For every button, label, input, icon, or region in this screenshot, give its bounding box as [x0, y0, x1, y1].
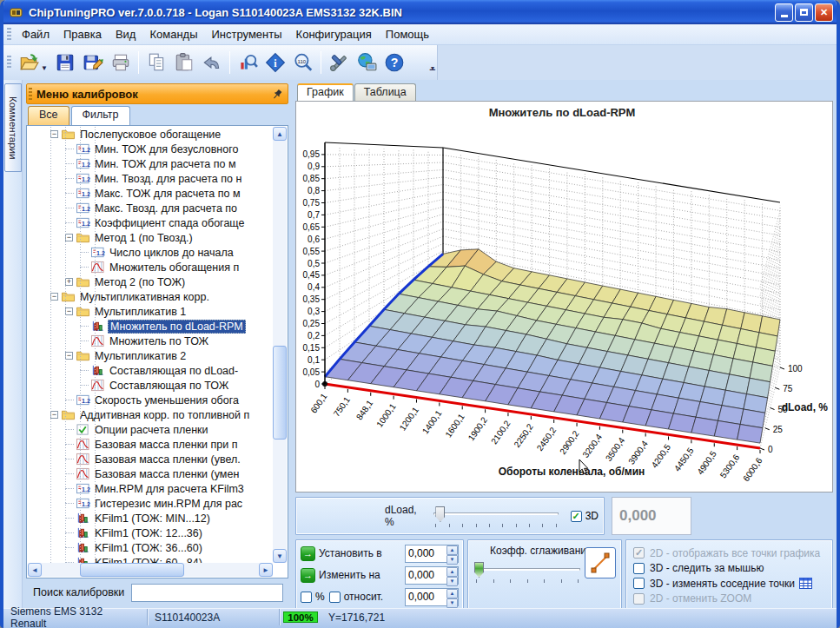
tree-item-selected[interactable]: Множитель по dLoad-RPM	[28, 319, 273, 334]
tree-item[interactable]: −Метод 1 (по Твозд.)	[28, 230, 273, 245]
tree-item[interactable]: −Послепусковое обогащение	[28, 127, 273, 142]
toolbar-overflow-icon[interactable]: ▾▔	[430, 66, 435, 76]
toolbar-grip[interactable]	[7, 56, 11, 69]
tree-item[interactable]: Множитель по ТОЖ	[28, 334, 273, 348]
zoom-verify-button[interactable]: 110	[289, 49, 317, 76]
open-dropdown-icon[interactable]: ▼	[41, 64, 48, 72]
scroll-down-icon[interactable]: ▼	[273, 549, 287, 563]
scroll-up-icon[interactable]: ▲	[273, 127, 287, 141]
maximize-button[interactable]	[795, 3, 813, 22]
tree-item[interactable]: −Мультипликатив 2	[28, 348, 273, 363]
save-as-button[interactable]	[79, 49, 107, 76]
smoothing-slider-handle[interactable]	[474, 562, 484, 578]
tree-item[interactable]: Базовая масса пленки (увел.	[28, 452, 273, 466]
set-to-spinner[interactable]: ▲▼	[405, 545, 459, 563]
option-checkbox-3[interactable]	[633, 578, 645, 589]
scroll-right-icon[interactable]: ►	[259, 563, 273, 577]
tree-item[interactable]: 1.2Гистерезис мин.RPM для рас	[28, 496, 273, 511]
dload-slider[interactable]	[433, 505, 558, 527]
tree-item[interactable]: KFilm1 (ТОЖ: 60...84)	[28, 555, 273, 563]
set-to-input[interactable]	[406, 545, 446, 562]
collapse-icon[interactable]: −	[65, 307, 73, 315]
tree-item[interactable]: KFilm1 (ТОЖ: 12...36)	[28, 526, 273, 540]
copy-button[interactable]	[142, 49, 170, 76]
relative-spinner[interactable]: ▲▼	[405, 588, 459, 606]
change-by-spinner[interactable]: ▲▼	[405, 566, 459, 585]
apply-set-icon[interactable]: →	[301, 546, 315, 561]
menu-item-1[interactable]: Файл	[15, 25, 56, 43]
help-button[interactable]: ?	[380, 49, 408, 76]
dload-slider-handle[interactable]	[435, 506, 445, 522]
relative-input[interactable]	[406, 589, 446, 605]
compare-button[interactable]	[234, 49, 261, 76]
tree-item[interactable]: 1.2Скорость уменьшения обога	[28, 393, 273, 407]
collapse-icon[interactable]: −	[50, 411, 58, 419]
tree-item[interactable]: Составляющая по dLoad-	[28, 363, 273, 378]
tree-item[interactable]: 1.2Макс. Твозд. для расчета по	[28, 201, 273, 215]
tree-item[interactable]: 1.2Макс. ТОЖ для расчета по м	[28, 186, 273, 201]
save-button[interactable]	[51, 49, 79, 76]
minimize-button[interactable]	[775, 3, 793, 22]
title-bar[interactable]: ChipTuningPRO ver.7.0.0.718 - Logan S110…	[3, 0, 837, 24]
tree-item[interactable]: 1.2Мин. ТОЖ для безусловного	[28, 142, 273, 156]
collapse-icon[interactable]: −	[65, 234, 73, 241]
paste-button[interactable]	[170, 49, 198, 76]
internet-button[interactable]	[353, 49, 380, 76]
tree-item[interactable]: +Метод 2 (по ТОЖ)	[28, 274, 273, 289]
tree-item[interactable]: 1.2Мин. Твозд. для расчета по н	[28, 171, 273, 186]
menu-item-3[interactable]: Вид	[109, 25, 143, 43]
tree-item[interactable]: Составляющая по ТОЖ	[28, 378, 273, 393]
tab-all[interactable]: Все	[28, 106, 69, 125]
3d-checkbox[interactable]: ✓	[571, 511, 582, 522]
relative-checkbox[interactable]	[329, 592, 341, 603]
tree-item[interactable]: −Мультипликативная корр.	[28, 289, 273, 304]
close-button[interactable]: ✕	[815, 3, 833, 22]
pin-icon[interactable]	[273, 89, 282, 100]
menu-item-4[interactable]: Команды	[142, 25, 204, 43]
apply-change-icon[interactable]: →	[301, 568, 315, 583]
collapse-icon[interactable]: −	[65, 352, 73, 360]
menu-grip[interactable]	[7, 28, 11, 42]
menu-item-5[interactable]: Инструменты	[205, 25, 289, 43]
option-checkbox-1[interactable]: ✓	[633, 547, 645, 559]
scroll-left-icon[interactable]: ◄	[28, 563, 42, 577]
change-by-input[interactable]	[406, 567, 446, 584]
percent-checkbox[interactable]	[301, 592, 312, 603]
menu-item-6[interactable]: Конфигурация	[289, 25, 379, 43]
interpolate-button[interactable]	[585, 547, 616, 578]
tree-item[interactable]: Базовая масса пленки при п	[28, 437, 273, 452]
tree-item[interactable]: 1.2Мин. ТОЖ для расчета по м	[28, 156, 273, 171]
tree-item[interactable]: KFilm1 (ТОЖ: 36...60)	[28, 540, 273, 555]
collapse-icon[interactable]: −	[50, 130, 58, 138]
tree-item[interactable]: 1.2Коэффициент спада обогаще	[28, 215, 273, 230]
tools-button[interactable]	[325, 49, 353, 76]
grid-icon[interactable]	[799, 578, 812, 589]
tree-item[interactable]: 1.2Число циклов до начала	[28, 245, 273, 260]
search-input[interactable]	[131, 584, 283, 602]
expand-icon[interactable]: +	[65, 278, 73, 286]
tree-item[interactable]: 1.2Мин.RPM для расчета KFilm3	[28, 481, 273, 496]
option-checkbox-2[interactable]	[633, 563, 645, 574]
tree-item[interactable]: KFilm1 (ТОЖ: MIN...12)	[28, 511, 273, 526]
option-checkbox-4[interactable]	[633, 593, 645, 605]
menu-item-7[interactable]: Помощь	[379, 25, 436, 43]
open-button[interactable]	[15, 49, 43, 76]
tab-filter[interactable]: Фильтр	[71, 106, 130, 125]
tab-comments[interactable]: Комментарии	[4, 83, 22, 172]
tree-item[interactable]: −Мультипликатив 1	[28, 304, 273, 319]
tree-item[interactable]: Базовая масса пленки (умен	[28, 466, 273, 481]
undo-button[interactable]	[198, 49, 226, 76]
vscroll-thumb[interactable]	[273, 346, 287, 440]
print-button[interactable]	[107, 49, 135, 76]
calibration-panel-header[interactable]: Меню калибровок	[26, 83, 288, 104]
menu-item-2[interactable]: Правка	[56, 25, 109, 43]
tree-item[interactable]: Опции расчета пленки	[28, 422, 273, 437]
tab-graph[interactable]: График	[297, 83, 354, 101]
collapse-icon[interactable]: −	[50, 293, 58, 301]
tree-item[interactable]: Множитель обогащения п	[28, 260, 273, 274]
info-button[interactable]: i	[261, 49, 289, 76]
tab-table[interactable]: Таблица	[354, 83, 416, 101]
surface-plot[interactable]: 00,050,10,150,20,250,30,350,40,450,50,55…	[296, 102, 830, 488]
tree-item[interactable]: −Аддитивная корр. по топливной п	[28, 407, 273, 422]
tree-hscrollbar[interactable]: ◄ ►	[28, 563, 273, 577]
